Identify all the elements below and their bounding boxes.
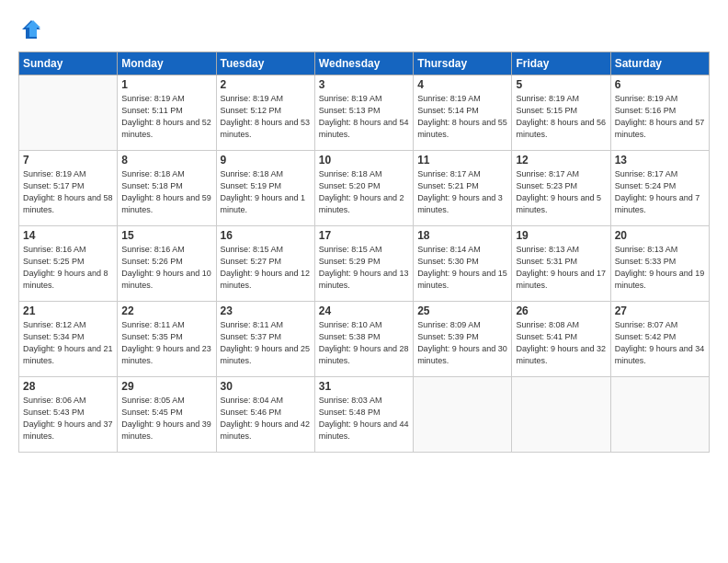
- day-info: Sunrise: 8:13 AMSunset: 5:31 PMDaylight:…: [516, 244, 606, 292]
- day-number: 5: [516, 78, 606, 91]
- day-number: 23: [221, 304, 311, 317]
- calendar-cell: 2Sunrise: 8:19 AMSunset: 5:12 PMDaylight…: [216, 75, 314, 151]
- calendar-cell: 23Sunrise: 8:11 AMSunset: 5:37 PMDayligh…: [216, 302, 314, 377]
- calendar-day-header: Tuesday: [216, 52, 314, 75]
- day-number: 3: [319, 78, 409, 91]
- day-info: Sunrise: 8:17 AMSunset: 5:23 PMDaylight:…: [516, 168, 606, 216]
- calendar-week-row: 1Sunrise: 8:19 AMSunset: 5:11 PMDaylight…: [19, 75, 710, 151]
- day-info: Sunrise: 8:19 AMSunset: 5:16 PMDaylight:…: [615, 93, 705, 141]
- logo: [18, 17, 48, 42]
- calendar-cell: 9Sunrise: 8:18 AMSunset: 5:19 PMDaylight…: [216, 151, 314, 226]
- day-number: 12: [516, 154, 606, 167]
- day-info: Sunrise: 8:19 AMSunset: 5:14 PMDaylight:…: [417, 93, 507, 141]
- day-number: 11: [417, 154, 507, 167]
- day-info: Sunrise: 8:13 AMSunset: 5:33 PMDaylight:…: [615, 244, 705, 292]
- day-info: Sunrise: 8:16 AMSunset: 5:26 PMDaylight:…: [121, 244, 211, 292]
- day-info: Sunrise: 8:11 AMSunset: 5:35 PMDaylight:…: [121, 319, 211, 367]
- day-info: Sunrise: 8:09 AMSunset: 5:39 PMDaylight:…: [417, 319, 507, 367]
- day-number: 8: [121, 154, 211, 167]
- day-info: Sunrise: 8:04 AMSunset: 5:46 PMDaylight:…: [221, 395, 311, 442]
- calendar-week-row: 14Sunrise: 8:16 AMSunset: 5:25 PMDayligh…: [19, 226, 710, 302]
- calendar-cell: [610, 377, 709, 453]
- day-number: 16: [221, 229, 311, 242]
- calendar-day-header: Sunday: [19, 52, 118, 75]
- calendar-cell: [414, 377, 512, 453]
- day-number: 17: [319, 229, 409, 242]
- day-number: 7: [23, 154, 113, 167]
- calendar-cell: 10Sunrise: 8:18 AMSunset: 5:20 PMDayligh…: [314, 151, 413, 226]
- day-info: Sunrise: 8:05 AMSunset: 5:45 PMDaylight:…: [121, 395, 211, 442]
- day-info: Sunrise: 8:08 AMSunset: 5:41 PMDaylight:…: [516, 319, 606, 367]
- calendar-day-header: Wednesday: [314, 52, 413, 75]
- calendar-cell: 5Sunrise: 8:19 AMSunset: 5:15 PMDaylight…: [512, 75, 610, 151]
- calendar-cell: 4Sunrise: 8:19 AMSunset: 5:14 PMDaylight…: [414, 75, 512, 151]
- day-info: Sunrise: 8:17 AMSunset: 5:24 PMDaylight:…: [615, 168, 705, 216]
- day-number: 18: [417, 229, 507, 242]
- calendar-cell: [19, 75, 118, 151]
- day-info: Sunrise: 8:03 AMSunset: 5:48 PMDaylight:…: [319, 395, 409, 442]
- calendar-cell: 20Sunrise: 8:13 AMSunset: 5:33 PMDayligh…: [610, 226, 709, 302]
- day-number: 13: [615, 154, 705, 167]
- day-number: 30: [221, 380, 311, 393]
- day-info: Sunrise: 8:18 AMSunset: 5:20 PMDaylight:…: [319, 168, 409, 216]
- calendar-cell: 28Sunrise: 8:06 AMSunset: 5:43 PMDayligh…: [19, 377, 118, 453]
- day-number: 22: [121, 304, 211, 317]
- calendar-cell: 12Sunrise: 8:17 AMSunset: 5:23 PMDayligh…: [512, 151, 610, 226]
- day-number: 15: [121, 229, 211, 242]
- calendar-cell: 25Sunrise: 8:09 AMSunset: 5:39 PMDayligh…: [414, 302, 512, 377]
- calendar-day-header: Friday: [512, 52, 610, 75]
- day-info: Sunrise: 8:06 AMSunset: 5:43 PMDaylight:…: [23, 395, 113, 442]
- day-info: Sunrise: 8:19 AMSunset: 5:15 PMDaylight:…: [516, 93, 606, 141]
- day-info: Sunrise: 8:19 AMSunset: 5:13 PMDaylight:…: [319, 93, 409, 141]
- calendar-cell: 22Sunrise: 8:11 AMSunset: 5:35 PMDayligh…: [118, 302, 216, 377]
- calendar-cell: 17Sunrise: 8:15 AMSunset: 5:29 PMDayligh…: [314, 226, 413, 302]
- calendar-day-header: Monday: [118, 52, 216, 75]
- day-info: Sunrise: 8:15 AMSunset: 5:27 PMDaylight:…: [221, 244, 311, 292]
- logo-icon: [18, 17, 44, 42]
- calendar-cell: 24Sunrise: 8:10 AMSunset: 5:38 PMDayligh…: [314, 302, 413, 377]
- day-number: 28: [23, 380, 113, 393]
- day-number: 24: [319, 304, 409, 317]
- day-number: 31: [319, 380, 409, 393]
- day-number: 1: [121, 78, 211, 91]
- calendar-cell: 19Sunrise: 8:13 AMSunset: 5:31 PMDayligh…: [512, 226, 610, 302]
- day-info: Sunrise: 8:07 AMSunset: 5:42 PMDaylight:…: [615, 319, 705, 367]
- day-number: 29: [121, 380, 211, 393]
- day-number: 9: [221, 154, 311, 167]
- day-number: 2: [221, 78, 311, 91]
- calendar-table: SundayMondayTuesdayWednesdayThursdayFrid…: [18, 52, 710, 453]
- calendar-cell: 3Sunrise: 8:19 AMSunset: 5:13 PMDaylight…: [314, 75, 413, 151]
- calendar-week-row: 7Sunrise: 8:19 AMSunset: 5:17 PMDaylight…: [19, 151, 710, 226]
- calendar-week-row: 28Sunrise: 8:06 AMSunset: 5:43 PMDayligh…: [19, 377, 710, 453]
- day-info: Sunrise: 8:18 AMSunset: 5:18 PMDaylight:…: [121, 168, 211, 216]
- day-info: Sunrise: 8:17 AMSunset: 5:21 PMDaylight:…: [417, 168, 507, 216]
- calendar-week-row: 21Sunrise: 8:12 AMSunset: 5:34 PMDayligh…: [19, 302, 710, 377]
- calendar-cell: 16Sunrise: 8:15 AMSunset: 5:27 PMDayligh…: [216, 226, 314, 302]
- calendar-cell: 26Sunrise: 8:08 AMSunset: 5:41 PMDayligh…: [512, 302, 610, 377]
- day-info: Sunrise: 8:18 AMSunset: 5:19 PMDaylight:…: [221, 168, 311, 216]
- calendar-cell: 30Sunrise: 8:04 AMSunset: 5:46 PMDayligh…: [216, 377, 314, 453]
- day-info: Sunrise: 8:16 AMSunset: 5:25 PMDaylight:…: [23, 244, 113, 292]
- calendar-cell: 6Sunrise: 8:19 AMSunset: 5:16 PMDaylight…: [610, 75, 709, 151]
- calendar-day-header: Thursday: [414, 52, 512, 75]
- day-info: Sunrise: 8:15 AMSunset: 5:29 PMDaylight:…: [319, 244, 409, 292]
- calendar-cell: 8Sunrise: 8:18 AMSunset: 5:18 PMDaylight…: [118, 151, 216, 226]
- calendar-cell: [512, 377, 610, 453]
- day-number: 20: [615, 229, 705, 242]
- day-number: 21: [23, 304, 113, 317]
- calendar-cell: 31Sunrise: 8:03 AMSunset: 5:48 PMDayligh…: [314, 377, 413, 453]
- calendar-cell: 13Sunrise: 8:17 AMSunset: 5:24 PMDayligh…: [610, 151, 709, 226]
- day-number: 10: [319, 154, 409, 167]
- day-number: 4: [417, 78, 507, 91]
- day-info: Sunrise: 8:12 AMSunset: 5:34 PMDaylight:…: [23, 319, 113, 367]
- calendar-cell: 21Sunrise: 8:12 AMSunset: 5:34 PMDayligh…: [19, 302, 118, 377]
- day-info: Sunrise: 8:14 AMSunset: 5:30 PMDaylight:…: [417, 244, 507, 292]
- calendar-header-row: SundayMondayTuesdayWednesdayThursdayFrid…: [19, 52, 710, 75]
- day-number: 14: [23, 229, 113, 242]
- calendar-cell: 14Sunrise: 8:16 AMSunset: 5:25 PMDayligh…: [19, 226, 118, 302]
- day-info: Sunrise: 8:19 AMSunset: 5:11 PMDaylight:…: [121, 93, 211, 141]
- day-info: Sunrise: 8:10 AMSunset: 5:38 PMDaylight:…: [319, 319, 409, 367]
- calendar-cell: 18Sunrise: 8:14 AMSunset: 5:30 PMDayligh…: [414, 226, 512, 302]
- calendar-cell: 11Sunrise: 8:17 AMSunset: 5:21 PMDayligh…: [414, 151, 512, 226]
- day-info: Sunrise: 8:11 AMSunset: 5:37 PMDaylight:…: [221, 319, 311, 367]
